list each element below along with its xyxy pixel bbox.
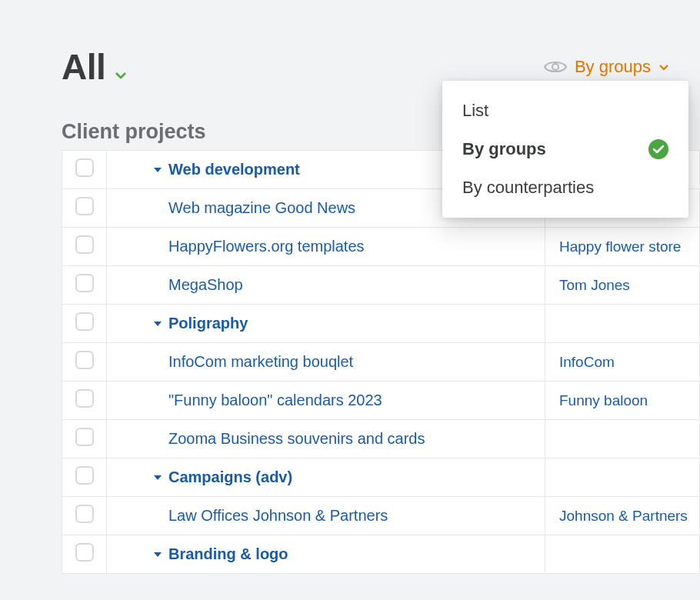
project-name-cell: InfoCom marketing bouqlet [107, 343, 545, 382]
project-link[interactable]: Law Offices Johnson & Partners [168, 507, 388, 524]
row-checkbox[interactable] [75, 235, 94, 254]
project-link[interactable]: HappyFlowers.org templates [168, 238, 365, 255]
project-link[interactable]: Web magazine Good News [168, 199, 355, 216]
chevron-down-icon [658, 64, 669, 71]
checkbox-cell [62, 382, 107, 420]
counterparty-cell [545, 420, 700, 458]
view-mode-dropdown: List By groups By counterparties [442, 81, 688, 218]
project-link[interactable]: "Funny baloon" calendars 2023 [168, 392, 382, 408]
group-name-cell: Branding & logo [107, 535, 545, 574]
counterparty-cell: Happy flower store [545, 228, 700, 266]
table-row: "Funny baloon" calendars 2023Funny baloo… [62, 382, 700, 420]
group-name-cell: Poligraphy [107, 305, 545, 343]
dropdown-item-by-groups[interactable]: By groups [442, 130, 688, 168]
row-checkbox[interactable] [75, 505, 94, 523]
table-row: MegaShopTom Jones [62, 266, 700, 305]
row-checkbox[interactable] [75, 389, 94, 408]
project-name-cell: "Funny baloon" calendars 2023 [107, 382, 545, 420]
project-name-cell: HappyFlowers.org templates [107, 228, 545, 266]
checkbox-cell [62, 228, 107, 266]
caret-down-icon[interactable] [153, 551, 162, 558]
checkbox-cell [62, 458, 107, 497]
counterparty-cell: Tom Jones [545, 266, 700, 305]
row-checkbox[interactable] [75, 274, 94, 292]
row-checkbox[interactable] [75, 197, 94, 215]
project-link[interactable]: MegaShop [168, 276, 243, 293]
checkbox-cell [62, 305, 107, 343]
page-title: All [62, 46, 105, 88]
caret-down-icon[interactable] [153, 320, 162, 328]
page: All By groups Client projects Web develo… [0, 0, 700, 574]
table-row: Law Offices Johnson & PartnersJohnson & … [62, 497, 700, 535]
group-link[interactable]: Branding & logo [168, 545, 288, 562]
table-row: InfoCom marketing bouqletInfoCom [62, 343, 700, 382]
caret-down-icon[interactable] [153, 474, 162, 482]
view-mode-label: By groups [575, 57, 651, 77]
dropdown-item-label: List [462, 101, 488, 121]
counterparty-cell [545, 535, 700, 574]
row-checkbox[interactable] [75, 428, 94, 446]
dropdown-item-by-counterparties[interactable]: By counterparties [442, 168, 688, 207]
counterparty-cell [545, 305, 700, 343]
project-link[interactable]: Zooma Business souvenirs and cards [168, 430, 425, 447]
row-checkbox[interactable] [75, 543, 94, 562]
project-name-cell: Law Offices Johnson & Partners [107, 497, 545, 535]
checkbox-cell [62, 151, 107, 189]
table-row: Branding & logo [62, 535, 700, 574]
checkbox-cell [62, 535, 107, 574]
dropdown-item-list[interactable]: List [442, 92, 688, 130]
table-row: Zooma Business souvenirs and cards [62, 420, 700, 458]
counterparty-link[interactable]: Johnson & Partners [559, 508, 688, 524]
counterparty-link[interactable]: Tom Jones [559, 277, 630, 293]
counterparty-link[interactable]: InfoCom [559, 354, 615, 370]
counterparty-cell [545, 458, 700, 497]
table-row: Campaigns (adv) [62, 458, 700, 497]
group-link[interactable]: Campaigns (adv) [168, 468, 292, 485]
checkbox-cell [62, 343, 107, 382]
eye-icon [544, 59, 567, 75]
view-mode-picker[interactable]: By groups [544, 57, 669, 77]
checkbox-cell [62, 420, 107, 458]
row-checkbox[interactable] [75, 312, 94, 331]
counterparty-link[interactable]: Funny baloon [559, 392, 648, 408]
svg-point-0 [552, 64, 558, 70]
group-link[interactable]: Poligraphy [168, 315, 248, 332]
row-checkbox[interactable] [75, 351, 94, 369]
checkbox-cell [62, 266, 107, 305]
checkbox-cell [62, 189, 107, 228]
counterparty-cell: InfoCom [545, 343, 700, 382]
caret-down-icon[interactable] [153, 166, 162, 174]
counterparty-cell: Johnson & Partners [545, 497, 700, 535]
chevron-down-icon [115, 72, 127, 79]
dropdown-item-label: By groups [462, 139, 546, 159]
checkbox-cell [62, 497, 107, 535]
counterparty-link[interactable]: Happy flower store [559, 238, 681, 255]
dropdown-item-label: By counterparties [462, 178, 594, 198]
project-name-cell: MegaShop [107, 266, 545, 305]
group-name-cell: Campaigns (adv) [107, 458, 545, 497]
project-name-cell: Zooma Business souvenirs and cards [107, 420, 545, 458]
check-circle-icon [648, 139, 668, 159]
title-dropdown[interactable]: All [62, 46, 127, 88]
project-link[interactable]: InfoCom marketing bouqlet [168, 353, 353, 370]
row-checkbox[interactable] [75, 158, 94, 177]
table-row: HappyFlowers.org templatesHappy flower s… [62, 228, 700, 266]
table-row: Poligraphy [62, 305, 700, 343]
group-link[interactable]: Web development [168, 161, 300, 178]
counterparty-cell: Funny baloon [545, 382, 700, 420]
row-checkbox[interactable] [75, 466, 94, 485]
